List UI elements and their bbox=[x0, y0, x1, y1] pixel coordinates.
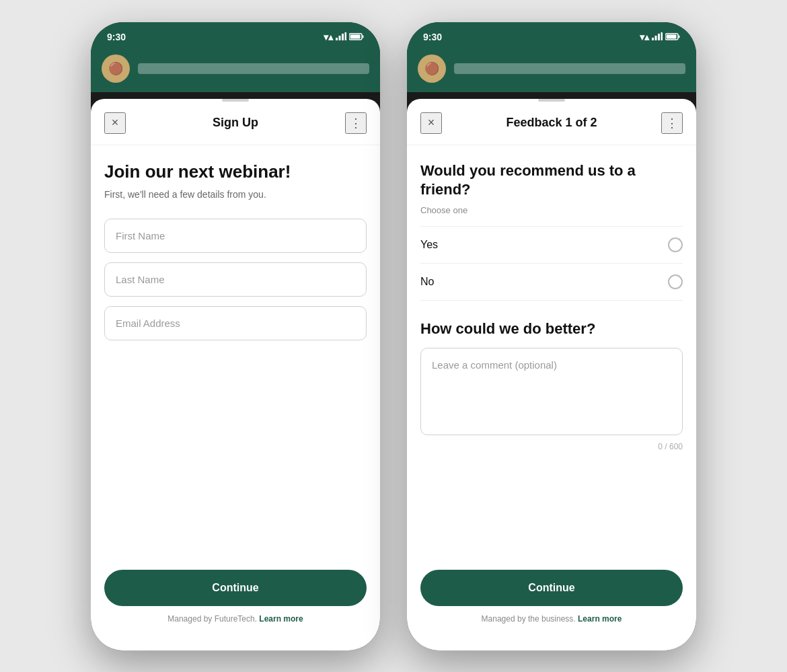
radio-no[interactable]: No bbox=[420, 264, 683, 301]
learn-more-link-1[interactable]: Learn more bbox=[259, 614, 303, 624]
bottom-section-2: Continue Managed by the business. Learn … bbox=[420, 556, 683, 624]
signal-icon bbox=[336, 32, 346, 42]
battery-icon-2 bbox=[665, 32, 680, 42]
modal-title-2: Feedback 1 of 2 bbox=[506, 116, 597, 130]
app-name-placeholder-2 bbox=[454, 63, 685, 74]
wifi-icon: ▾▴ bbox=[324, 32, 333, 42]
svg-rect-7 bbox=[652, 38, 654, 40]
svg-rect-9 bbox=[658, 34, 660, 40]
close-button-2[interactable]: × bbox=[420, 112, 442, 134]
status-bar-1: 9:30 ▾▴ bbox=[91, 22, 380, 49]
svg-rect-13 bbox=[667, 34, 677, 38]
phone-content-2: × Feedback 1 of 2 ⋮ Would you recommend … bbox=[407, 99, 696, 650]
status-icons-2: ▾▴ bbox=[640, 32, 680, 42]
wifi-icon-2: ▾▴ bbox=[640, 32, 649, 42]
question-2-heading: How could we do better? bbox=[420, 320, 683, 339]
radio-yes-label: Yes bbox=[420, 239, 438, 251]
form-heading-1: Join our next webinar! bbox=[104, 161, 367, 182]
modal-header-1: × Sign Up ⋮ bbox=[91, 102, 380, 145]
radio-yes-circle bbox=[668, 237, 683, 252]
continue-button-2[interactable]: Continue bbox=[420, 570, 683, 606]
app-header-1: 🟤 bbox=[91, 49, 380, 92]
time-2: 9:30 bbox=[423, 32, 442, 42]
radio-yes[interactable]: Yes bbox=[420, 226, 683, 264]
choose-label: Choose one bbox=[420, 205, 683, 215]
modal-header-2: × Feedback 1 of 2 ⋮ bbox=[407, 102, 696, 145]
bottom-section-1: Continue Managed by FutureTech. Learn mo… bbox=[104, 556, 367, 624]
modal-title-1: Sign Up bbox=[213, 116, 258, 130]
modal-body-2: Would you recommend us to a friend? Choo… bbox=[407, 145, 696, 465]
phone-content-1: × Sign Up ⋮ Join our next webinar! First… bbox=[91, 99, 380, 650]
menu-button-1[interactable]: ⋮ bbox=[345, 112, 367, 134]
svg-rect-2 bbox=[342, 34, 344, 40]
svg-rect-6 bbox=[350, 34, 361, 38]
svg-rect-5 bbox=[363, 35, 364, 38]
managed-text-1: Managed by FutureTech. Learn more bbox=[104, 614, 367, 624]
svg-rect-0 bbox=[336, 38, 338, 40]
comment-textarea[interactable] bbox=[420, 348, 683, 435]
battery-icon bbox=[349, 32, 364, 42]
continue-button-1[interactable]: Continue bbox=[104, 570, 367, 606]
svg-rect-12 bbox=[679, 35, 680, 38]
last-name-input[interactable] bbox=[104, 262, 367, 297]
phone-feedback: 9:30 ▾▴ bbox=[407, 22, 696, 650]
avatar-2: 🟤 bbox=[418, 54, 446, 83]
app-container: 9:30 ▾▴ bbox=[91, 22, 696, 650]
phone-signup: 9:30 ▾▴ bbox=[91, 22, 380, 650]
radio-no-circle bbox=[668, 274, 683, 289]
char-count: 0 / 600 bbox=[420, 442, 683, 451]
radio-no-label: No bbox=[420, 276, 434, 288]
email-input[interactable] bbox=[104, 306, 367, 340]
learn-more-link-2[interactable]: Learn more bbox=[578, 614, 622, 624]
avatar-1: 🟤 bbox=[102, 54, 130, 83]
status-icons-1: ▾▴ bbox=[324, 32, 364, 42]
app-header-2: 🟤 bbox=[407, 49, 696, 92]
svg-rect-10 bbox=[661, 32, 663, 40]
first-name-input[interactable] bbox=[104, 219, 367, 253]
question-1-heading: Would you recommend us to a friend? bbox=[420, 161, 683, 200]
modal-body-1: Join our next webinar! First, we'll need… bbox=[91, 145, 380, 363]
form-subtext-1: First, we'll need a few details from you… bbox=[104, 189, 367, 200]
managed-text-2: Managed by the business. Learn more bbox=[420, 614, 683, 624]
time-1: 9:30 bbox=[107, 32, 126, 42]
svg-rect-3 bbox=[345, 32, 347, 40]
svg-rect-8 bbox=[655, 36, 657, 40]
svg-rect-1 bbox=[339, 36, 341, 40]
status-bar-2: 9:30 ▾▴ bbox=[407, 22, 696, 49]
app-name-placeholder-1 bbox=[138, 63, 369, 74]
menu-button-2[interactable]: ⋮ bbox=[661, 112, 683, 134]
signal-icon-2 bbox=[652, 32, 663, 42]
close-button-1[interactable]: × bbox=[104, 112, 126, 134]
